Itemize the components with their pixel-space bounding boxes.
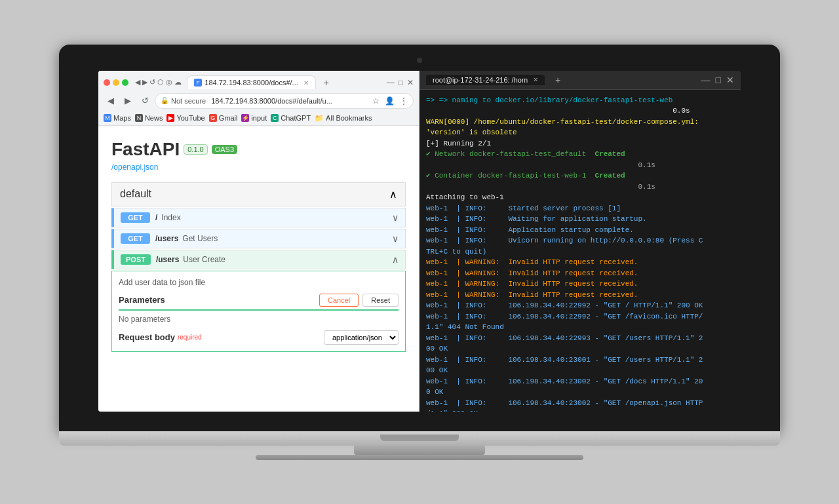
camera [417, 58, 422, 63]
account-icon[interactable]: 👤 [385, 96, 395, 106]
section-header-default[interactable]: default ∧ [111, 182, 406, 206]
tabs-row: ◀ ▶ ↺ ⬡ ◎ ☁ F 184.72.194.83:8000/docs#/.… [98, 71, 419, 90]
lock-icon: 🔓 [161, 97, 168, 104]
term-line-7: ✔ Container docker-fastapi-test-web-1 Cr… [426, 170, 734, 182]
endpoint-desc-post-users: User Create [183, 255, 392, 264]
term-line-19: web-1 | INFO: 106.198.34.40:22992 - "GET… [426, 300, 734, 311]
term-line-5: ✔ Network docker-fastapi-test_default Cr… [426, 149, 734, 160]
required-badge: required [178, 334, 202, 341]
bookmark-news-label: News [145, 114, 163, 122]
bookmark-gmail[interactable]: G Gmail [209, 114, 238, 122]
maps-icon: M [104, 114, 111, 122]
folder-icon: 📁 [315, 114, 324, 123]
menu-icon[interactable]: ⋮ [400, 96, 408, 106]
terminal-tab-close[interactable]: ✕ [533, 76, 538, 83]
endpoint-get-users[interactable]: GET /users Get Users ∨ [111, 229, 406, 248]
forward-button[interactable]: ▶ [121, 94, 135, 108]
nav-icons: ◀ ▶ ↺ ⬡ ◎ ☁ [135, 78, 182, 87]
term-line-26: web-1 | INFO: 106.198.34.40:23002 - "GET… [426, 376, 734, 387]
active-tab[interactable]: F 184.72.194.83:8000/docs#/... ✕ [187, 75, 316, 89]
post-expanded-panel: Add user data to json file Parameters Ca… [111, 271, 406, 352]
bookmark-youtube-label: YouTube [176, 114, 205, 122]
version-badge: 0.1.0 [184, 144, 207, 155]
method-post-badge: POST [121, 254, 151, 265]
term-line-2: WARN[0000] /home/ubuntu/docker-fastapi-t… [426, 117, 734, 128]
params-header: Parameters Cancel Reset [119, 294, 399, 311]
terminal-tab[interactable]: root@ip-172-31-24-216: /hom ✕ [426, 75, 545, 85]
restore-icon[interactable]: □ [399, 78, 403, 87]
back-button[interactable]: ◀ [104, 94, 118, 108]
terminal-window-controls: — □ ✕ [701, 75, 734, 85]
bookmark-input[interactable]: ⚡ input [241, 114, 267, 122]
request-body-label: Request body required [119, 332, 202, 342]
close-dot[interactable] [104, 79, 110, 86]
terminal-close-button[interactable]: ✕ [726, 75, 734, 85]
bookmark-news[interactable]: N News [135, 114, 163, 122]
endpoint-post-users[interactable]: POST /users User Create ∧ [111, 250, 406, 269]
term-line-15: web-1 | WARNING: Invalid HTTP request re… [426, 257, 734, 268]
endpoint-desc-users: Get Users [182, 234, 392, 243]
term-line-27: 0 OK [426, 387, 734, 398]
term-line-24: web-1 | INFO: 106.198.34.40:23001 - "GET… [426, 355, 734, 366]
new-tab-button[interactable]: + [319, 75, 334, 90]
gmail-icon: G [209, 114, 217, 122]
browser-window: ◀ ▶ ↺ ⬡ ◎ ☁ F 184.72.194.83:8000/docs#/.… [98, 71, 420, 412]
term-line-13: web-1 | INFO: Uvicorn running on http://… [426, 235, 734, 246]
bookmark-youtube[interactable]: ▶ YouTube [166, 114, 205, 122]
term-line-25: 00 OK [426, 365, 734, 376]
term-line-1: 0.0s [426, 106, 734, 117]
url-bar[interactable]: 🔓 Not secure 184.72.194.83:8000/docs#/de… [155, 93, 414, 109]
params-buttons: Cancel Reset [319, 294, 399, 307]
section-collapse-icon: ∧ [389, 188, 397, 201]
term-line-28: web-1 | INFO: 106.198.34.40:23002 - "GET… [426, 398, 734, 409]
maximize-dot[interactable] [122, 79, 128, 86]
bookmark-chatgpt[interactable]: C ChatGPT [271, 114, 311, 122]
refresh-button[interactable]: ↺ [138, 94, 152, 108]
terminal-minimize-button[interactable]: — [701, 75, 711, 85]
tab-label: 184.72.194.83:8000/docs#/... [205, 79, 298, 87]
term-line-16: web-1 | WARNING: Invalid HTTP request re… [426, 268, 734, 279]
minimize-icon[interactable]: — [387, 78, 395, 87]
no-params-text: No parameters [119, 315, 399, 324]
endpoint-path-post-users: /users [156, 255, 179, 264]
term-line-14: TRL+C to quit) [426, 246, 734, 258]
laptop-notch [380, 435, 459, 441]
bookmarks-bar: M Maps N News ▶ YouTube G [98, 113, 419, 125]
close-icon[interactable]: ✕ [407, 78, 414, 87]
browser-body: FastAPI 0.1.0 OAS3 /openapi.json default… [98, 126, 419, 412]
bookmark-maps-label: Maps [113, 114, 131, 122]
oas-badge: OAS3 [212, 145, 237, 154]
news-icon: N [135, 114, 143, 122]
minimize-dot[interactable] [113, 79, 119, 86]
section-title: default [120, 188, 151, 200]
openapi-link[interactable]: /openapi.json [111, 163, 406, 172]
terminal-restore-button[interactable]: □ [716, 75, 721, 85]
expand-icon-post-users: ∧ [392, 254, 399, 265]
window-controls [104, 79, 128, 86]
bookmark-gmail-label: Gmail [219, 114, 238, 122]
term-line-12: web-1 | INFO: Application startup comple… [426, 225, 734, 236]
terminal-window: root@ip-172-31-24-216: /hom ✕ + — □ ✕ =>… [420, 71, 741, 412]
tab-close-icon[interactable]: ✕ [303, 79, 309, 87]
input-icon: ⚡ [241, 114, 249, 122]
cancel-button[interactable]: Cancel [319, 294, 359, 307]
new-terminal-tab-button[interactable]: + [555, 75, 560, 85]
terminal-tab-label: root@ip-172-31-24-216: /hom [433, 76, 528, 84]
bookmark-input-label: input [251, 114, 267, 122]
bookmark-maps[interactable]: M Maps [104, 114, 131, 122]
content-type-select[interactable]: application/json [324, 330, 399, 345]
term-line-10: web-1 | INFO: Started server process [1] [426, 203, 734, 214]
bookmark-icon[interactable]: ☆ [372, 96, 380, 106]
request-body-text: Request body [119, 332, 175, 342]
youtube-icon: ▶ [166, 114, 174, 122]
bookmark-chatgpt-label: ChatGPT [281, 114, 311, 122]
method-get-users-badge: GET [121, 233, 150, 244]
post-desc: Add user data to json file [119, 278, 399, 287]
reset-button[interactable]: Reset [362, 294, 399, 307]
bookmark-all[interactable]: 📁 All Bookmarks [315, 114, 372, 123]
endpoint-get-index[interactable]: GET / Index ∨ [111, 208, 406, 227]
term-line-3: 'version' is obsolete [426, 127, 734, 138]
request-body-row: Request body required application/json [119, 330, 399, 345]
screen-bezel: ◀ ▶ ↺ ⬡ ◎ ☁ F 184.72.194.83:8000/docs#/.… [59, 45, 780, 431]
endpoint-path-index: / [155, 213, 157, 222]
